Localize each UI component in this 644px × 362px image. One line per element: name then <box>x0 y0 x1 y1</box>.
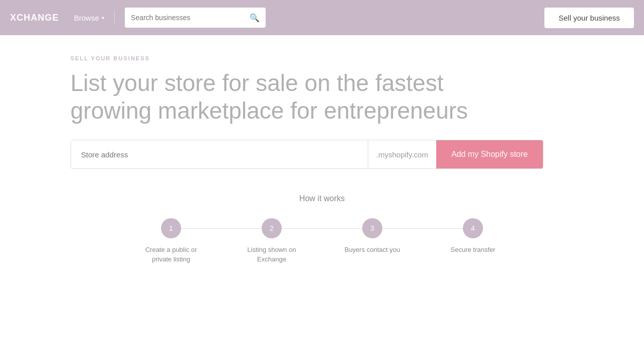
step-item: 4Secure transfer <box>423 218 523 254</box>
search-container: 🔍 <box>125 8 266 28</box>
step-connector-line <box>382 228 463 229</box>
step-circle: 2 <box>262 218 282 238</box>
step-connector-line <box>282 228 362 229</box>
browse-menu[interactable]: Browse ▾ <box>74 14 104 22</box>
navbar: XCHANGE Browse ▾ 🔍 Sell your business <box>0 0 644 35</box>
how-it-works-section: How it works 1Create a public or private… <box>70 194 574 263</box>
step-connector-line <box>181 228 262 229</box>
nav-divider <box>114 10 115 25</box>
chevron-down-icon: ▾ <box>102 15 104 21</box>
steps-container: 1Create a public or private listing2List… <box>70 218 574 263</box>
step-item: 1Create a public or private listing <box>121 218 221 263</box>
step-label: Secure transfer <box>451 245 496 254</box>
section-label: SELL YOUR BUSINESS <box>70 55 574 61</box>
search-icon: 🔍 <box>250 13 260 23</box>
step-label: Buyers contact you <box>345 245 400 254</box>
main-headline: List your store for sale on the fastest … <box>70 69 523 125</box>
store-address-input[interactable] <box>71 140 368 168</box>
store-input-container: .myshopify.com Add my Shopify store <box>70 140 543 169</box>
step-label: Listing shown on Exchange <box>236 245 307 263</box>
myshopify-suffix: .myshopify.com <box>368 140 436 168</box>
sell-business-button[interactable]: Sell your business <box>544 8 634 28</box>
logo: XCHANGE <box>10 13 59 23</box>
step-item: 3Buyers contact you <box>322 218 423 254</box>
add-store-button[interactable]: Add my Shopify store <box>436 140 543 168</box>
step-circle: 4 <box>463 218 483 238</box>
step-circle: 1 <box>161 218 181 238</box>
main-content: SELL YOUR BUSINESS List your store for s… <box>0 35 644 264</box>
step-label: Create a public or private listing <box>136 245 206 263</box>
step-circle: 3 <box>362 218 382 238</box>
headline-line2: growing marketplace for entrepreneurs <box>70 97 523 125</box>
step-item: 2Listing shown on Exchange <box>221 218 322 263</box>
headline-line1: List your store for sale on the fastest <box>70 70 443 96</box>
how-it-works-title: How it works <box>70 194 574 203</box>
browse-label: Browse <box>74 14 99 22</box>
search-input[interactable] <box>131 14 250 22</box>
